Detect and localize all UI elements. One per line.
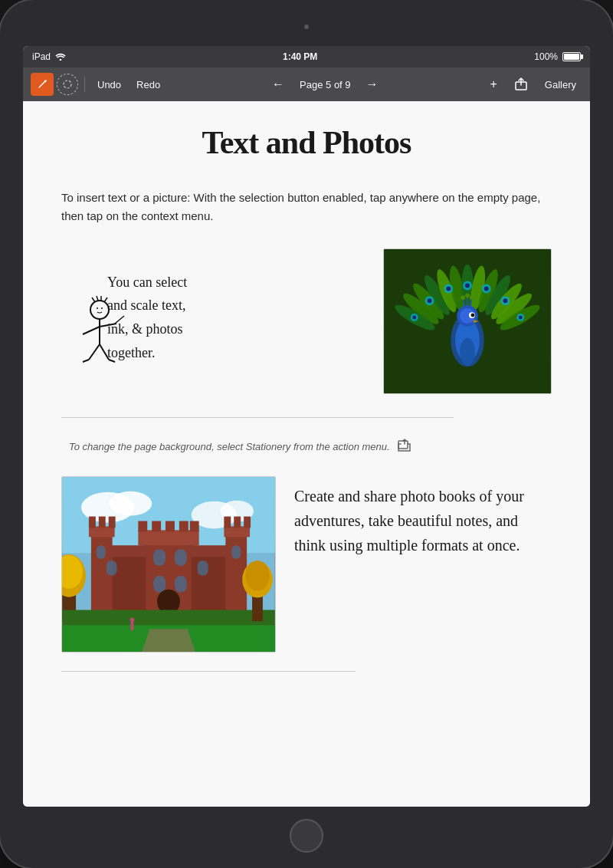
svg-point-39: [484, 286, 489, 291]
next-page-button[interactable]: →: [360, 74, 385, 94]
home-button[interactable]: [290, 819, 323, 853]
svg-rect-81: [99, 517, 106, 528]
ipad-screen: iPad 1:40 PM 100%: [23, 46, 590, 807]
svg-rect-73: [166, 521, 175, 531]
undo-button[interactable]: Undo: [91, 76, 127, 94]
svg-rect-72: [152, 521, 161, 531]
svg-rect-97: [231, 545, 241, 559]
toolbar-right: + Gallery: [484, 74, 582, 94]
stick-figure-drawing: [69, 294, 130, 379]
share-box-icon: [398, 438, 411, 452]
svg-point-105: [129, 617, 134, 622]
status-bar: iPad 1:40 PM 100%: [23, 46, 590, 67]
promo-text: Create and share photo books of your adv…: [294, 476, 552, 557]
svg-rect-93: [175, 576, 187, 593]
svg-line-12: [100, 324, 116, 327]
building-svg: [62, 477, 275, 652]
svg-rect-82: [109, 517, 116, 528]
ipad-frame: iPad 1:40 PM 100%: [0, 0, 613, 868]
svg-rect-91: [175, 549, 187, 566]
svg-rect-94: [107, 561, 117, 576]
svg-rect-90: [153, 549, 166, 566]
svg-point-54: [465, 293, 470, 298]
svg-point-1: [64, 81, 71, 88]
peacock-image: [383, 248, 552, 394]
handwritten-text: You can select and scale text, ink, & ph…: [107, 271, 368, 364]
svg-line-7: [97, 296, 98, 301]
page-content: Text and Photos To insert text or a pict…: [23, 101, 590, 807]
svg-rect-96: [97, 545, 106, 559]
svg-rect-104: [130, 621, 133, 630]
action-text: To change the page background, select St…: [69, 441, 390, 452]
svg-line-6: [92, 298, 95, 302]
svg-line-11: [83, 327, 100, 334]
svg-rect-89: [244, 517, 251, 528]
svg-rect-95: [198, 561, 208, 576]
battery-icon: [562, 52, 581, 61]
svg-rect-75: [190, 521, 199, 531]
share-icon: [514, 77, 528, 91]
svg-point-56: [470, 295, 474, 300]
share-button[interactable]: [508, 74, 534, 94]
action-share-icon: [398, 438, 411, 455]
page-indicator: Page 5 of 9: [300, 79, 351, 90]
action-row: To change the page background, select St…: [61, 438, 552, 455]
svg-line-16: [109, 360, 115, 362]
status-right: 100%: [534, 51, 581, 62]
add-button[interactable]: +: [484, 74, 503, 94]
svg-point-35: [503, 298, 508, 303]
svg-rect-86: [224, 526, 250, 537]
svg-line-17: [115, 316, 124, 324]
svg-rect-71: [138, 521, 147, 531]
svg-line-13: [89, 344, 100, 360]
svg-rect-88: [234, 517, 241, 528]
pen-tool-button[interactable]: [31, 73, 54, 96]
peacock-svg: [384, 249, 551, 393]
svg-rect-74: [179, 521, 188, 531]
svg-point-52: [461, 295, 465, 300]
lasso-tool-button[interactable]: [57, 74, 78, 95]
ipad-label: iPad: [32, 51, 51, 62]
svg-line-9: [104, 298, 107, 302]
status-time: 1:40 PM: [283, 51, 317, 62]
page-description: To insert text or a picture: With the se…: [61, 189, 552, 225]
svg-rect-87: [224, 517, 231, 528]
svg-point-37: [446, 286, 451, 291]
svg-point-3: [90, 301, 109, 319]
battery-pct: 100%: [534, 51, 558, 62]
gallery-button[interactable]: Gallery: [539, 76, 582, 94]
svg-rect-70: [138, 530, 198, 545]
status-left: iPad: [32, 51, 66, 62]
bottom-divider: [61, 671, 356, 672]
svg-point-0: [60, 59, 62, 61]
page-title: Text and Photos: [61, 124, 552, 161]
toolbar-sep-1: [84, 77, 85, 92]
svg-rect-92: [153, 576, 166, 593]
svg-point-41: [465, 284, 470, 288]
svg-point-33: [428, 298, 432, 303]
svg-line-14: [100, 344, 109, 360]
camera: [304, 25, 309, 29]
building-image: [61, 476, 276, 653]
wifi-icon: [55, 53, 66, 61]
divider-1: [61, 417, 454, 418]
svg-point-58: [470, 314, 474, 317]
svg-point-63: [110, 492, 152, 516]
svg-rect-59: [398, 441, 408, 449]
content-row-1: You can select and scale text, ink, & ph…: [61, 248, 552, 394]
content-row-2: Create and share photo books of your adv…: [61, 476, 552, 653]
svg-point-43: [412, 316, 416, 320]
toolbar: Undo Redo ← Page 5 of 9 → + Gallery: [23, 67, 590, 101]
lasso-icon: [62, 79, 73, 90]
svg-line-15: [83, 360, 89, 362]
svg-point-48: [460, 338, 475, 366]
svg-rect-79: [89, 526, 115, 537]
svg-rect-80: [89, 517, 96, 528]
svg-point-45: [519, 316, 523, 320]
prev-page-button[interactable]: ←: [266, 74, 290, 94]
handwritten-area: You can select and scale text, ink, & ph…: [61, 248, 368, 386]
page-nav: ← Page 5 of 9 →: [169, 74, 480, 94]
pen-icon: [36, 78, 48, 90]
svg-point-103: [245, 561, 270, 591]
redo-button[interactable]: Redo: [130, 76, 166, 94]
